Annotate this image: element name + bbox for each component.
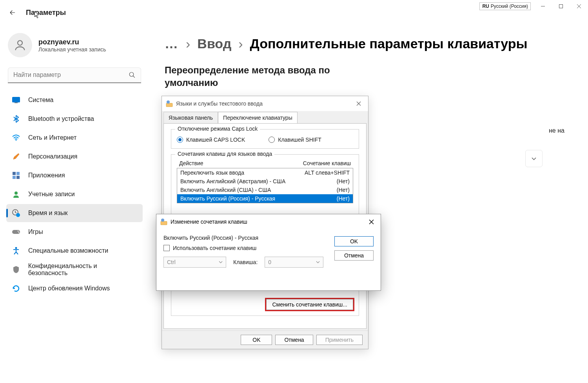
checkbox-label: Использовать сочетание клавиш [173,245,256,251]
nav-personalization[interactable]: Персонализация [6,148,143,166]
row-keys: (Нет) [337,187,350,193]
dialog-close-button[interactable] [353,98,364,109]
table-header: Действие Сочетание клавиш [177,159,353,168]
svg-rect-8 [15,102,18,103]
language-indicator[interactable]: RU Русский (Россия) [479,2,531,10]
svg-point-26 [161,219,164,222]
nav-accessibility[interactable]: Специальные возможности [6,242,143,260]
breadcrumb-current: Дополнительные параметры клавиатуры [250,36,528,51]
section-title: Переопределение метода ввода по умолчани… [165,64,368,89]
table-row-selected[interactable]: Включить Русский (Россия) - Русская(Нет) [177,194,353,203]
bluetooth-icon [12,115,20,123]
nav-gaming[interactable]: Игры [6,223,143,241]
nav-label: Специальные возможности [28,247,108,254]
svg-point-5 [129,72,134,77]
svg-rect-11 [16,172,20,175]
back-button[interactable] [5,5,20,20]
change-key-sequence-button[interactable]: Сменить сочетание клавиш... [266,299,353,310]
fieldset-legend: Отключение режима Caps Lock [175,126,260,132]
svg-rect-1 [559,5,563,8]
cancel-button[interactable]: Отмена [275,335,313,345]
accessibility-icon [12,246,20,255]
svg-point-9 [16,140,17,141]
table-row[interactable]: Переключить язык вводаALT слева+SHIFT [177,168,353,177]
dialog-title: Изменение сочетания клавиш [171,219,247,225]
breadcrumb-more[interactable]: … [165,36,179,51]
table-row[interactable]: Включить Английский (США) - США(Нет) [177,186,353,194]
nav-bluetooth[interactable]: Bluetooth и устройства [6,110,143,128]
expand-button[interactable] [525,150,543,167]
wifi-icon [12,133,20,142]
nav-accounts[interactable]: Учетные записи [6,185,143,203]
modifier-combobox[interactable]: Ctrl [163,257,226,268]
radio-label: Клавишей CAPS LOCK [186,137,245,143]
row-action: Включить Русский (Россия) - Русская [180,195,275,202]
nav-network[interactable]: Сеть и Интернет [6,129,143,147]
dialog-titlebar: Изменение сочетания клавиш [156,214,381,229]
dialog-close-button[interactable] [366,216,377,227]
tab-keyboard-switching[interactable]: Переключение клавиатуры [218,112,298,123]
breadcrumb-link[interactable]: Ввод [197,36,231,51]
svg-point-14 [15,192,18,195]
search-icon [129,71,136,78]
update-icon [12,284,20,293]
minimize-button[interactable] [534,0,552,13]
nav-label: Приложения [28,172,65,179]
svg-point-19 [18,232,19,233]
svg-point-16 [16,213,20,217]
svg-rect-10 [13,172,16,175]
dialog-footer: OK Отмена Применить [162,330,368,349]
profile-subtitle: Локальная учетная запись [38,46,106,53]
nav-label: Персонализация [28,153,77,160]
nav-label: Учетные записи [28,191,75,198]
nav-privacy[interactable]: Конфиденциальность и безопасность [6,261,143,279]
col-action: Действие [179,160,203,166]
maximize-button[interactable] [552,0,570,13]
svg-rect-21 [166,103,172,107]
radio-capslock[interactable]: Клавишей CAPS LOCK [177,137,245,143]
close-icon [369,219,374,224]
user-profile[interactable]: poznyaev.ru Локальная учетная запись [5,30,144,64]
sidebar: poznyaev.ru Локальная учетная запись Сис… [0,25,149,383]
table-row[interactable]: Включить Английский (Австралия) - США(Не… [177,177,353,186]
apply-button[interactable]: Применить [316,335,363,345]
nav-windows-update[interactable]: Центр обновления Windows [6,279,143,297]
cancel-button[interactable]: Отмена [334,250,374,261]
row-action: Переключить язык ввода [180,170,244,176]
nav-label: Bluetooth и устройства [28,115,94,122]
arrow-left-icon [9,9,16,16]
ok-button[interactable]: OK [241,335,272,345]
search-input[interactable] [8,67,141,83]
nav-time-language[interactable]: Время и язык [6,204,143,222]
svg-point-18 [18,231,18,232]
combobox-value: Ctrl [167,259,176,265]
nav-apps[interactable]: Приложения [6,166,143,184]
radio-shift[interactable]: Клавишей SHIFT [269,137,321,143]
svg-line-6 [133,76,135,78]
dialog-body: Включить Русский (Россия) - Русская Испо… [156,229,381,290]
hotkeys-table[interactable]: Переключить язык вводаALT слева+SHIFT Вк… [177,168,353,203]
profile-name: poznyaev.ru [38,38,106,46]
nav-system[interactable]: Система [6,91,143,109]
row-action: Включить Английский (Австралия) - США [180,178,285,184]
avatar [8,33,32,57]
chevron-right-icon: › [238,36,243,51]
checkbox-unchecked-icon [163,245,170,251]
nav-label: Сеть и Интернет [28,134,76,141]
window-titlebar: RU Русский (Россия) [479,0,588,13]
ok-button[interactable]: OK [334,236,374,246]
svg-rect-13 [16,176,20,179]
monitor-icon [12,96,20,104]
fieldset-legend: Сочетания клавиш для языков ввода [175,151,274,157]
window-close-button[interactable] [570,0,588,13]
chevron-right-icon: › [186,36,190,51]
nav-label: Конфиденциальность и безопасность [28,263,137,277]
svg-point-4 [18,40,22,45]
svg-rect-25 [161,221,167,225]
dialog-titlebar: Языки и службы текстового ввода [162,96,368,111]
breadcrumb: … › Ввод › Дополнительные параметры клав… [165,36,588,51]
key-combobox[interactable]: 0 [265,257,323,268]
tab-language-bar[interactable]: Языковая панель [163,112,218,123]
chevron-down-icon [316,260,320,264]
background-text-fragment: не на [549,127,564,134]
